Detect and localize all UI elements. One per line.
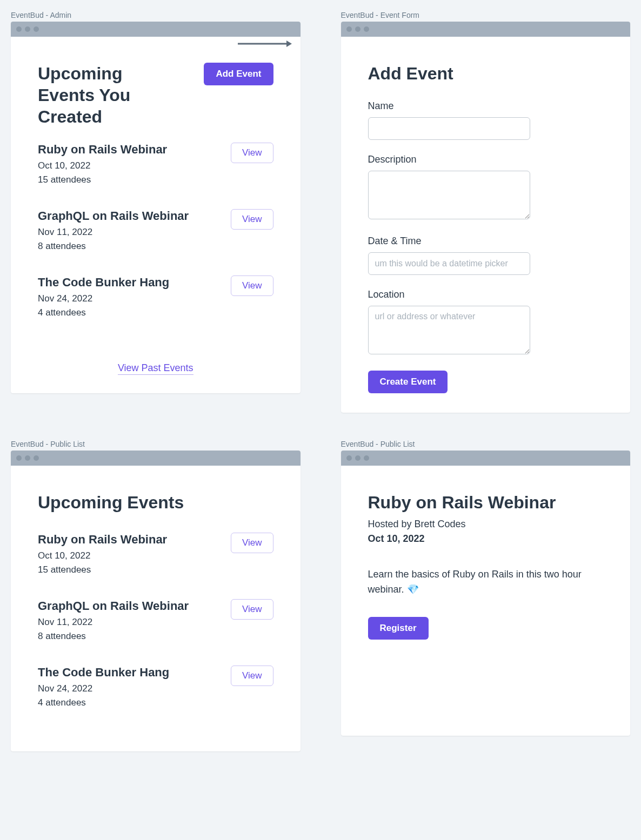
event-description: Learn the basics of Ruby on Rails in thi… — [368, 567, 604, 597]
add-event-button[interactable]: Add Event — [204, 63, 273, 85]
view-event-button[interactable]: View — [231, 143, 273, 163]
titlebar — [11, 451, 301, 466]
event-date: Oct 10, 2022 — [38, 549, 167, 563]
event-title: Ruby on Rails Webinar — [38, 143, 167, 157]
event-date: Nov 11, 2022 — [38, 225, 189, 239]
window-dot — [34, 26, 39, 32]
event-attendees: 4 attendees — [38, 306, 169, 320]
register-button[interactable]: Register — [368, 617, 429, 640]
event-title: GraphQL on Rails Webinar — [38, 599, 189, 613]
event-attendees: 4 attendees — [38, 696, 169, 710]
view-past-events-link[interactable]: View Past Events — [118, 362, 193, 375]
location-input[interactable] — [368, 306, 530, 354]
public-list-window: Upcoming Events Ruby on Rails Webinar Oc… — [11, 451, 301, 751]
event-date: Nov 24, 2022 — [38, 292, 169, 306]
event-row: GraphQL on Rails Webinar Nov 11, 2022 8 … — [38, 599, 273, 643]
window-dot — [355, 455, 360, 461]
event-attendees: 15 attendees — [38, 173, 167, 187]
titlebar — [341, 451, 631, 466]
event-form-window: Add Event Name Description Date & Time L… — [341, 22, 631, 413]
event-title: The Code Bunker Hang — [38, 666, 169, 680]
window-label: EventBud - Public List — [11, 440, 301, 448]
datetime-label: Date & Time — [368, 236, 604, 247]
view-event-button[interactable]: View — [231, 209, 273, 230]
titlebar — [11, 22, 301, 37]
view-event-button[interactable]: View — [231, 533, 273, 553]
event-date: Oct 10, 2022 — [38, 159, 167, 173]
event-row: The Code Bunker Hang Nov 24, 2022 4 atte… — [38, 666, 273, 709]
event-detail-title: Ruby on Rails Webinar — [368, 492, 604, 513]
window-dot — [34, 455, 39, 461]
create-event-button[interactable]: Create Event — [368, 371, 448, 393]
admin-window: Upcoming Events You Created Add Event Ru… — [11, 22, 301, 393]
event-date: Oct 10, 2022 — [368, 533, 604, 545]
window-dot — [346, 455, 352, 461]
event-date: Nov 11, 2022 — [38, 615, 189, 629]
window-label: EventBud - Event Form — [341, 11, 631, 19]
event-attendees: 8 attendees — [38, 629, 189, 643]
page-title: Upcoming Events — [38, 492, 273, 513]
event-detail-window: Ruby on Rails Webinar Hosted by Brett Co… — [341, 451, 631, 736]
event-attendees: 8 attendees — [38, 239, 189, 253]
titlebar — [341, 22, 631, 37]
event-title: Ruby on Rails Webinar — [38, 533, 167, 547]
window-dot — [16, 455, 22, 461]
window-dot — [16, 26, 22, 32]
window-dot — [364, 26, 369, 32]
view-event-button[interactable]: View — [231, 275, 273, 296]
event-row: The Code Bunker Hang Nov 24, 2022 4 atte… — [38, 275, 273, 319]
event-row: GraphQL on Rails Webinar Nov 11, 2022 8 … — [38, 209, 273, 253]
datetime-input[interactable] — [368, 252, 530, 275]
event-attendees: 15 attendees — [38, 563, 167, 577]
page-title: Upcoming Events You Created — [38, 63, 178, 127]
location-label: Location — [368, 289, 604, 300]
description-label: Description — [368, 154, 604, 165]
description-input[interactable] — [368, 171, 530, 219]
event-row: Ruby on Rails Webinar Oct 10, 2022 15 at… — [38, 143, 273, 186]
event-row: Ruby on Rails Webinar Oct 10, 2022 15 at… — [38, 533, 273, 576]
page-title: Add Event — [368, 63, 604, 84]
window-dot — [355, 26, 360, 32]
view-event-button[interactable]: View — [231, 599, 273, 620]
name-input[interactable] — [368, 117, 530, 140]
window-dot — [346, 26, 352, 32]
window-dot — [25, 455, 30, 461]
event-title: The Code Bunker Hang — [38, 275, 169, 290]
window-label: EventBud - Admin — [11, 11, 301, 19]
view-event-button[interactable]: View — [231, 666, 273, 686]
event-title: GraphQL on Rails Webinar — [38, 209, 189, 223]
window-label: EventBud - Public List — [341, 440, 631, 448]
name-label: Name — [368, 100, 604, 112]
event-host: Hosted by Brett Codes — [368, 519, 604, 530]
event-date: Nov 24, 2022 — [38, 682, 169, 696]
window-dot — [25, 26, 30, 32]
window-dot — [364, 455, 369, 461]
